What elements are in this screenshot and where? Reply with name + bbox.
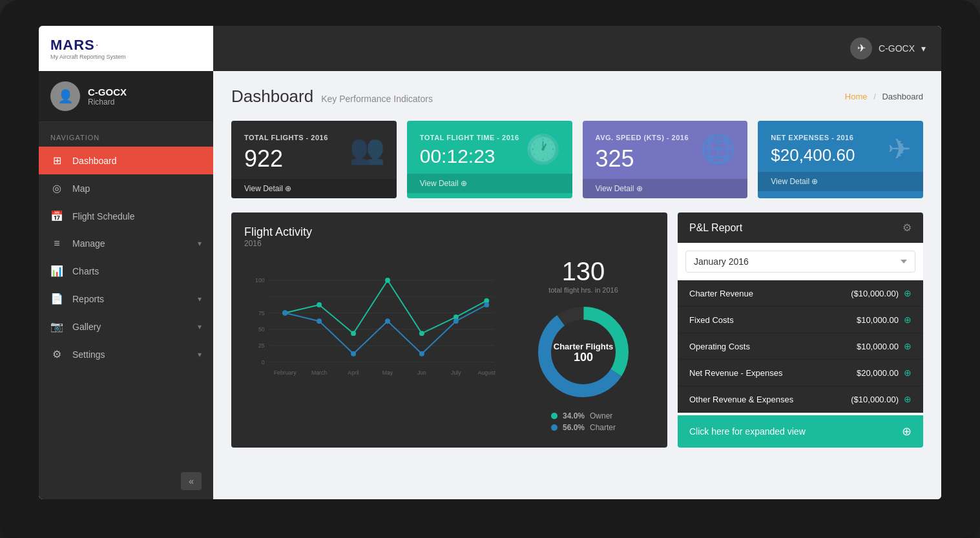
sidebar-item-reports[interactable]: 📄 Reports ▾ <box>39 285 213 313</box>
pl-row-net-revenue[interactable]: Net Revenue - Expenses $20,000.00 ⊕ <box>678 360 923 386</box>
sidebar-item-label: Reports <box>72 294 104 304</box>
sidebar-item-label: Manage <box>72 238 105 249</box>
svg-text:February: February <box>274 369 297 376</box>
chevron-down-icon: ▾ <box>198 295 202 304</box>
blue-dot <box>419 351 424 357</box>
teal-dot <box>385 278 390 283</box>
pl-amount: $20,000.00 <box>857 368 899 378</box>
kpi-card-avg-speed: 🌐 AVG. SPEED (kts) - 2016 325 View Detai… <box>583 121 748 198</box>
kpi-footer-total-flights[interactable]: View Detail ⊕ <box>231 179 397 198</box>
pl-expanded-view-button[interactable]: Click here for expanded view ⊕ <box>678 415 923 448</box>
pl-row-label: Charter Revenue <box>689 289 753 298</box>
page-title: Dashboard <box>231 87 313 107</box>
chevron-down-icon: ▾ <box>198 239 202 248</box>
pl-row-operating-costs[interactable]: Operating Costs $10,000.00 ⊕ <box>678 333 923 360</box>
topbar-user[interactable]: ✈ C-GOCX ▾ <box>850 37 926 59</box>
sidebar-item-label: Settings <box>72 349 105 360</box>
kpi-cards-row: 👥 TOTAL FLIGHTS - 2016 922 View Detail ⊕… <box>231 121 923 198</box>
user-section: 👤 C-GOCX Richard <box>39 71 213 122</box>
sidebar-item-settings[interactable]: ⚙ Settings ▾ <box>39 340 213 368</box>
svg-text:50: 50 <box>258 326 265 333</box>
donut-area: 130 total flight hrs. in 2016 <box>512 257 654 435</box>
pl-footer-icon: ⊕ <box>902 424 912 439</box>
pl-row-fixed-costs[interactable]: Fixed Costs $10,000.00 ⊕ <box>678 307 923 333</box>
svg-text:July: July <box>451 369 461 376</box>
sidebar-item-gallery[interactable]: 📷 Gallery ▾ <box>39 313 213 340</box>
pl-row-value: $20,000.00 ⊕ <box>857 367 912 378</box>
sidebar: MARS • My Aircraft Reporting System 👤 C-… <box>39 26 213 499</box>
page-title-group: Dashboard Key Performance Indicators <box>231 87 433 107</box>
breadcrumb-home[interactable]: Home <box>845 92 868 101</box>
kpi-card-net-expenses: ✈ NET EXPENSES - 2016 $20,400.60 View De… <box>758 121 923 198</box>
svg-text:March: March <box>311 369 327 376</box>
donut-center-label: Charter Flights <box>554 342 613 351</box>
owner-color-dot <box>551 413 558 419</box>
pl-settings-icon[interactable]: ⚙ <box>902 222 912 234</box>
teal-dot <box>351 331 356 336</box>
kpi-footer-avg-speed[interactable]: View Detail ⊕ <box>583 179 748 198</box>
sidebar-item-map[interactable]: ◎ Map <box>39 174 213 202</box>
settings-icon: ⚙ <box>50 348 63 360</box>
donut-total-label: total flight hrs. in 2016 <box>548 286 618 294</box>
kpi-footer-net-expenses[interactable]: View Detail ⊕ <box>758 172 923 191</box>
pl-amount: $10,000.00 <box>857 315 899 325</box>
sidebar-item-label: Flight Schedule <box>72 211 135 222</box>
sidebar-item-charts[interactable]: 📊 Charts <box>39 257 213 285</box>
sidebar-item-label: Dashboard <box>72 156 117 166</box>
sidebar-logo: MARS • My Aircraft Reporting System <box>39 26 213 71</box>
donut-center-value: 100 <box>574 351 593 364</box>
user-sub: Richard <box>88 98 127 107</box>
pl-row-other-revenue[interactable]: Other Revenue & Expenses ($10,000.00) ⊕ <box>678 386 923 413</box>
pl-amount: ($10,000.00) <box>851 289 899 298</box>
svg-text:August: August <box>478 369 496 376</box>
charter-color-dot <box>551 424 558 431</box>
sidebar-item-flight-schedule[interactable]: 📅 Flight Schedule <box>39 202 213 230</box>
reports-icon: 📄 <box>50 293 63 305</box>
pl-row-label: Other Revenue & Expenses <box>689 395 793 404</box>
breadcrumb-separator: / <box>873 92 876 101</box>
pl-report-header: P&L Report ⚙ <box>678 212 923 243</box>
user-info: C-GOCX Richard <box>88 87 127 107</box>
main-content: ✈ C-GOCX ▾ Dashboard Key Performance Ind… <box>213 26 941 499</box>
dashboard-icon: ⊞ <box>50 154 63 167</box>
pl-amount: ($10,000.00) <box>851 395 899 404</box>
charter-pct: 56.0% <box>563 423 585 432</box>
calendar-icon: 📅 <box>50 210 63 222</box>
sidebar-item-manage[interactable]: ≡ Manage ▾ <box>39 230 213 257</box>
manage-icon: ≡ <box>50 238 63 249</box>
globe-icon: 🌐 <box>700 132 736 166</box>
donut-total-value: 130 <box>562 257 605 286</box>
people-icon: 👥 <box>349 132 385 166</box>
topbar-avatar: ✈ <box>850 37 872 59</box>
chart-icon: 📊 <box>50 265 63 277</box>
kpi-footer-flight-time[interactable]: View Detail ⊕ <box>407 174 572 193</box>
logo-brand: MARS <box>50 37 95 54</box>
teal-dot <box>317 302 322 307</box>
svg-text:May: May <box>382 369 393 376</box>
pl-row-charter-revenue[interactable]: Charter Revenue ($10,000.00) ⊕ <box>678 280 923 307</box>
chart-area: 100 75 50 25 0 February March April <box>244 257 654 435</box>
sidebar-item-dashboard[interactable]: ⊞ Dashboard <box>39 147 213 174</box>
plane-icon: ✈ <box>888 132 912 165</box>
view-detail-label: View Detail ⊕ <box>596 184 643 193</box>
plus-circle-icon: ⊕ <box>904 367 912 378</box>
svg-text:Jun: Jun <box>417 369 426 376</box>
laptop-screen: MARS • My Aircraft Reporting System 👤 C-… <box>39 26 941 499</box>
pl-row-value: $10,000.00 ⊕ <box>857 315 912 325</box>
chart-svg: 100 75 50 25 0 February March April <box>244 257 499 406</box>
flight-activity-card: Flight Activity 2016 <box>231 212 667 448</box>
pl-amount: $10,000.00 <box>857 342 899 351</box>
pl-month-select[interactable]: January 2016 February 2016 March 2016 Ap… <box>685 251 915 273</box>
avatar: 👤 <box>50 81 80 111</box>
pl-row-value: $10,000.00 ⊕ <box>857 341 912 351</box>
blue-dot <box>317 318 322 324</box>
pl-row-label: Fixed Costs <box>689 315 734 325</box>
pl-report-card: P&L Report ⚙ January 2016 February 2016 … <box>678 212 923 448</box>
donut-chart-svg: Charter Flights 100 <box>532 300 635 404</box>
kpi-card-total-flights: 👥 TOTAL FLIGHTS - 2016 922 View Detail ⊕ <box>231 121 397 198</box>
donut-legend: 34.0% Owner 56.0% Charter <box>551 411 616 435</box>
owner-pct: 34.0% <box>563 411 585 420</box>
pl-row-label: Net Revenue - Expenses <box>689 368 783 378</box>
page-content: Dashboard Key Performance Indicators Hom… <box>213 71 941 499</box>
collapse-button[interactable]: « <box>181 472 202 490</box>
